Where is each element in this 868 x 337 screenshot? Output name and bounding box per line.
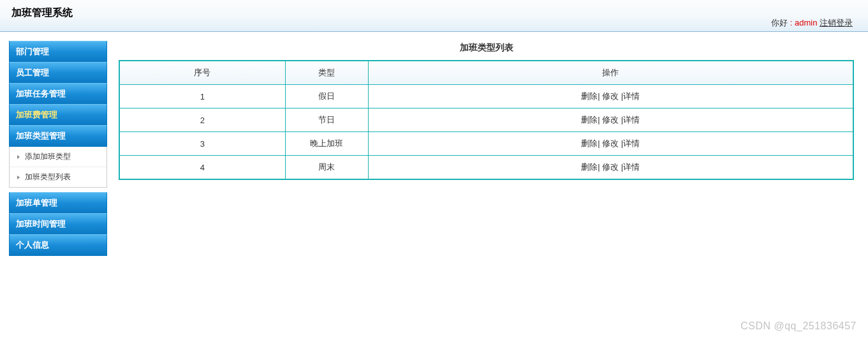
sidebar-item-6[interactable]: 加班时间管理 — [9, 213, 107, 235]
delete-link[interactable]: 删除 — [581, 162, 598, 172]
sidebar-item-4[interactable]: 加班类型管理 — [9, 125, 107, 147]
edit-link[interactable]: 修改 — [602, 139, 619, 148]
sidebar-item-0[interactable]: 部门管理 — [9, 41, 107, 63]
app-title: 加班管理系统 — [0, 3, 73, 20]
sidebar-subitem-4-1[interactable]: 加班类型列表 — [10, 167, 107, 187]
cell-ops: 删除| 修改 |详情 — [368, 156, 853, 180]
cell-seq: 1 — [119, 85, 285, 109]
cell-seq: 4 — [119, 156, 285, 180]
table-row: 2节日删除| 修改 |详情 — [119, 109, 853, 132]
detail-link[interactable]: 详情 — [623, 139, 640, 148]
delete-link[interactable]: 删除 — [581, 139, 598, 148]
content-title: 加班类型列表 — [119, 41, 854, 60]
sidebar-item-5[interactable]: 加班单管理 — [9, 192, 107, 214]
edit-link[interactable]: 修改 — [602, 91, 619, 101]
header-bar: 加班管理系统 你好 : admin 注销登录 — [0, 0, 868, 32]
cell-seq: 2 — [119, 109, 285, 132]
cell-ops: 删除| 修改 |详情 — [368, 109, 853, 132]
sidebar-subitem-4-0[interactable]: 添加加班类型 — [10, 147, 107, 167]
cell-type: 假日 — [285, 85, 368, 109]
table-row: 4周末删除| 修改 |详情 — [119, 156, 853, 180]
delete-link[interactable]: 删除 — [581, 115, 598, 124]
table-row: 1假日删除| 修改 |详情 — [119, 85, 853, 109]
sidebar-item-7[interactable]: 个人信息 — [9, 234, 107, 256]
sidebar-item-3[interactable]: 加班费管理 — [9, 104, 107, 126]
detail-link[interactable]: 详情 — [623, 91, 640, 101]
detail-link[interactable]: 详情 — [623, 162, 640, 172]
cell-type: 晚上加班 — [285, 132, 368, 156]
main-content: 加班类型列表 序号 类型 操作 1假日删除| 修改 |详情2节日删除| 修改 |… — [119, 41, 854, 180]
sidebar-item-1[interactable]: 员工管理 — [9, 62, 107, 84]
username: admin — [795, 18, 817, 27]
cell-type: 周末 — [285, 156, 368, 180]
logout-link[interactable]: 注销登录 — [820, 18, 853, 27]
greeting-text: 你好 — [771, 18, 788, 27]
cell-ops: 删除| 修改 |详情 — [368, 132, 853, 156]
cell-type: 节日 — [285, 109, 368, 132]
sidebar-item-2[interactable]: 加班任务管理 — [9, 83, 107, 105]
greeting-colon: : — [788, 18, 795, 27]
table-header-row: 序号 类型 操作 — [119, 61, 853, 85]
col-header-type: 类型 — [285, 61, 368, 85]
header-user-area: 你好 : admin 注销登录 — [771, 17, 853, 29]
edit-link[interactable]: 修改 — [602, 115, 619, 124]
col-header-ops: 操作 — [368, 61, 853, 85]
delete-link[interactable]: 删除 — [581, 91, 598, 101]
detail-link[interactable]: 详情 — [623, 115, 640, 124]
sidebar-submenu: 添加加班类型加班类型列表 — [9, 147, 107, 188]
cell-seq: 3 — [119, 132, 285, 156]
table-row: 3晚上加班删除| 修改 |详情 — [119, 132, 853, 156]
overtime-type-table: 序号 类型 操作 1假日删除| 修改 |详情2节日删除| 修改 |详情3晚上加班… — [119, 60, 854, 180]
cell-ops: 删除| 修改 |详情 — [368, 85, 853, 109]
col-header-seq: 序号 — [119, 61, 285, 85]
sidebar: 部门管理员工管理加班任务管理加班费管理加班类型管理添加加班类型加班类型列表加班单… — [9, 41, 107, 256]
edit-link[interactable]: 修改 — [602, 162, 619, 172]
